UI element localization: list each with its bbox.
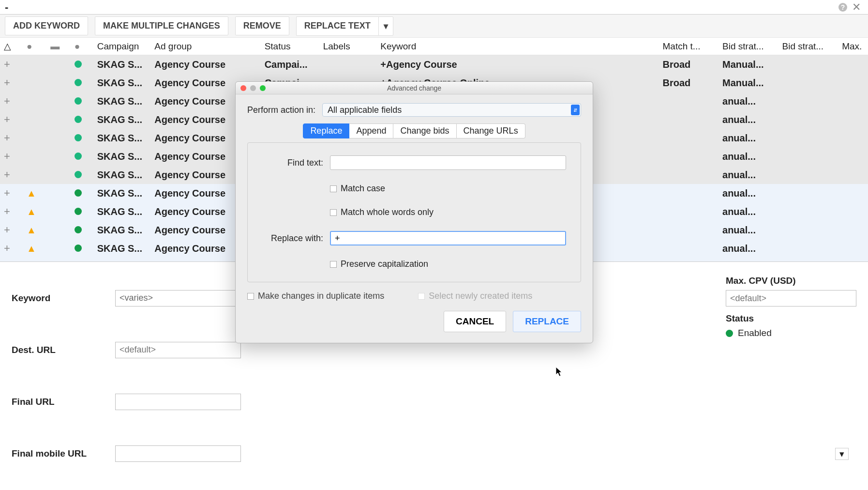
find-text-input[interactable] [330, 155, 566, 170]
col-status[interactable]: Status [261, 38, 319, 55]
cell-bidstrat2 [778, 147, 838, 166]
match-case-checkbox[interactable]: Match case [330, 184, 385, 194]
expand-icon[interactable]: + [4, 168, 10, 181]
window-close-icon[interactable] [240, 85, 246, 91]
replace-text-dropdown[interactable]: ▾ [378, 16, 393, 36]
final-url-label: Final URL [12, 397, 108, 407]
col-adgroup[interactable]: Ad group [150, 38, 260, 55]
help-icon[interactable]: ? [836, 0, 850, 14]
status-dot-icon [75, 79, 82, 86]
duplicate-items-checkbox[interactable]: Make changes in duplicate items [247, 291, 384, 301]
col-campaign[interactable]: Campaign [93, 38, 151, 55]
cell-bidstrat2 [778, 202, 838, 221]
col-bidstrat1[interactable]: Bid strat... [718, 38, 778, 55]
warning-icon: ▲ [27, 206, 36, 217]
cell-bidstrat2 [778, 221, 838, 239]
make-multiple-changes-button[interactable]: MAKE MULTIPLE CHANGES [95, 16, 228, 35]
cell-bidstrat2 [778, 184, 838, 202]
expand-icon[interactable]: + [4, 113, 10, 125]
cell-max [838, 55, 868, 74]
cell-bidstrat2 [778, 74, 838, 92]
chevron-updown-icon: ⇵ [571, 105, 580, 115]
cell-max [838, 92, 868, 110]
cell-campaign: SKAG S... [93, 74, 151, 92]
max-cpv-field[interactable] [726, 290, 856, 306]
close-icon[interactable]: ✕ [850, 0, 863, 14]
table-row[interactable]: +SKAG S...Agency CourseCampai...+Agency … [0, 55, 868, 74]
tab-replace[interactable]: Replace [303, 123, 349, 138]
find-text-label: Find text: [262, 158, 323, 168]
url-dropdown[interactable]: ▾ [835, 448, 849, 460]
final-mobile-url-field[interactable] [115, 445, 241, 462]
perform-action-select[interactable]: All applicable fields ⇵ [322, 103, 581, 117]
warning-icon: ▲ [27, 188, 36, 199]
match-whole-words-checkbox[interactable]: Match whole words only [330, 207, 434, 217]
cell-bidstrat1: anual... [718, 166, 778, 184]
cell-bidstrat2 [778, 92, 838, 110]
keyword-label: Keyword [12, 293, 108, 304]
cell-campaign: SKAG S... [93, 221, 151, 239]
col-expand[interactable]: △ [0, 38, 23, 55]
dest-url-field[interactable] [115, 342, 241, 358]
cell-campaign: SKAG S... [93, 55, 151, 74]
cell-bidstrat1: Manual... [718, 55, 778, 74]
col-max[interactable]: Max. [838, 38, 868, 55]
cell-max [838, 184, 868, 202]
col-match[interactable]: Match t... [658, 38, 718, 55]
preserve-capitalization-checkbox[interactable]: Preserve capitalization [330, 259, 428, 269]
tab-append[interactable]: Append [349, 123, 393, 138]
col-error[interactable]: ● [23, 38, 46, 55]
col-comment[interactable]: ▬ [46, 38, 70, 55]
cell-campaign: SKAG S... [93, 110, 151, 129]
cell-bidstrat1: anual... [718, 110, 778, 129]
expand-icon[interactable]: + [4, 58, 10, 70]
expand-icon[interactable]: + [4, 205, 10, 217]
add-keyword-button[interactable]: ADD KEYWORD [5, 16, 88, 35]
replace-button[interactable]: REPLACE [513, 311, 581, 332]
replace-text-button[interactable]: REPLACE TEXT [296, 16, 378, 36]
expand-icon[interactable]: + [4, 77, 10, 89]
keyword-field[interactable] [115, 290, 241, 306]
cancel-button[interactable]: CANCEL [444, 311, 506, 332]
cell-match [658, 147, 718, 166]
cell-campaign: SKAG S... [93, 202, 151, 221]
perform-action-label: Perform action in: [247, 105, 315, 115]
cell-match: Broad [658, 55, 718, 74]
cell-campaign: SKAG S... [93, 92, 151, 110]
expand-icon[interactable]: + [4, 187, 10, 199]
dialog-titlebar[interactable]: Advanced change [236, 82, 593, 94]
tab-change-urls[interactable]: Change URLs [457, 123, 525, 138]
window-minimize-icon[interactable] [250, 85, 256, 91]
cell-match: Broad [658, 74, 718, 92]
final-url-field[interactable] [115, 394, 241, 410]
status-dot-icon [75, 116, 82, 123]
window-zoom-icon[interactable] [260, 85, 266, 91]
col-bidstrat2[interactable]: Bid strat... [778, 38, 838, 55]
cell-adgroup: Agency Course [150, 55, 260, 74]
expand-icon[interactable]: + [4, 132, 10, 144]
expand-icon[interactable]: + [4, 242, 10, 254]
col-labels[interactable]: Labels [319, 38, 377, 55]
replace-with-input[interactable] [330, 231, 566, 245]
replace-form: Find text: Match case Match whole words … [247, 142, 581, 282]
tab-change-bids[interactable]: Change bids [393, 123, 456, 138]
replace-with-label: Replace with: [262, 233, 323, 244]
status-dot-icon [75, 97, 82, 105]
cell-bidstrat2 [778, 110, 838, 129]
status-dot-icon [726, 330, 733, 337]
cell-keyword: +Agency Course [376, 55, 658, 74]
cell-bidstrat1: anual... [718, 202, 778, 221]
expand-icon[interactable]: + [4, 150, 10, 162]
cell-max [838, 239, 868, 258]
expand-icon[interactable]: + [4, 95, 10, 107]
cell-labels [319, 55, 377, 74]
remove-button[interactable]: REMOVE [235, 16, 289, 35]
cell-bidstrat2 [778, 239, 838, 258]
expand-icon[interactable]: + [4, 224, 10, 236]
cell-bidstrat1: anual... [718, 184, 778, 202]
dialog-title: Advanced change [236, 84, 593, 92]
col-keyword[interactable]: Keyword [376, 38, 658, 55]
status-dot-icon [75, 245, 82, 252]
col-statusdot[interactable]: ● [71, 38, 93, 55]
replace-text-button-group: REPLACE TEXT ▾ [296, 16, 393, 36]
